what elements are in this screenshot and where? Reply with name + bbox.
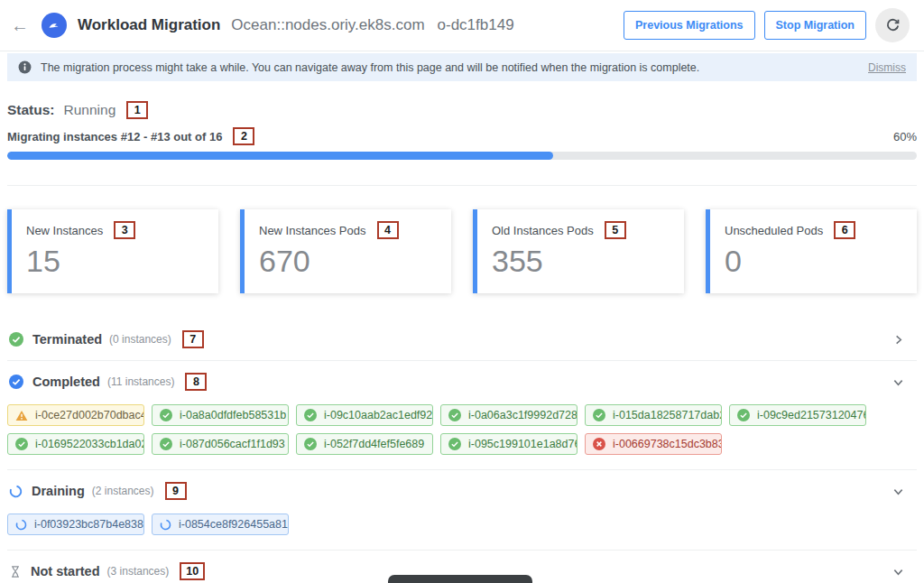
info-banner: The migration process might take a while…: [7, 53, 917, 81]
section-title: Terminated: [32, 332, 102, 347]
annotation-1: 1: [126, 101, 148, 119]
instance-id: i-0169522033cb1da02: [35, 438, 144, 450]
instance-chip[interactable]: i-00669738c15dc3b83: [585, 433, 722, 455]
section-title: Draining: [32, 484, 85, 498]
banner-message: The migration process might take a while…: [41, 61, 699, 74]
section-count: (2 instances): [92, 485, 154, 497]
check-circle-icon: [448, 438, 461, 450]
section-count: (11 instances): [107, 375, 174, 388]
instance-chip[interactable]: i-087d056cacf1f1d93: [152, 433, 289, 455]
section-terminated: Terminated (0 instances) 7: [7, 319, 917, 361]
instance-id: i-015da18258717dab2: [613, 409, 722, 421]
annotation-3: 3: [114, 221, 135, 239]
check-circle-icon: [448, 409, 461, 421]
section-count: (0 instances): [109, 333, 171, 346]
check-circle-icon: [304, 438, 317, 450]
ocean-logo-icon: [42, 13, 67, 38]
card-value: 0: [725, 244, 902, 279]
instance-chip[interactable]: i-052f7dd4fef5fe689: [296, 433, 433, 455]
card-label: New Instances Pods: [259, 224, 366, 237]
annotation-9: 9: [165, 482, 187, 500]
metric-cards: New Instances 3 15 New Instances Pods 4 …: [7, 209, 917, 293]
card-label: Unscheduled Pods: [725, 224, 823, 237]
instance-chip[interactable]: i-015da18258717dab2: [585, 404, 722, 426]
check-circle-icon: [737, 409, 750, 421]
instance-chip[interactable]: i-0a8a0dfdfeb58531b: [152, 404, 289, 426]
section-draining-header[interactable]: Draining (2 instances) 9: [7, 470, 917, 512]
instance-id: i-00669738c15dc3b83: [613, 438, 722, 450]
card-label: New Instances: [26, 224, 103, 237]
progress-percent: 60%: [893, 130, 917, 143]
card-old-instances-pods: Old Instances Pods 5 355: [473, 209, 684, 293]
instance-id: i-0ce27d002b70dbac4: [35, 409, 144, 421]
card-unscheduled-pods: Unscheduled Pods 6 0: [706, 209, 917, 293]
section-draining: Draining (2 instances) 9 i-0f03923bc87b4…: [7, 470, 917, 551]
bottom-toast-peek: [388, 575, 532, 583]
instance-chip[interactable]: i-0f03923bc87b4e838: [7, 514, 144, 535]
section-title: Not started: [31, 564, 100, 578]
divider: [7, 185, 917, 186]
card-label: Old Instances Pods: [492, 224, 594, 237]
draining-chips: i-0f03923bc87b4e838 i-0854ce8f926455a81: [7, 514, 917, 535]
stop-migration-button[interactable]: Stop Migration: [764, 11, 867, 40]
card-value: 670: [259, 244, 437, 279]
status-value: Running: [64, 102, 116, 118]
annotation-6: 6: [834, 221, 855, 239]
previous-migrations-button[interactable]: Previous Migrations: [624, 11, 754, 40]
card-value: 355: [492, 244, 670, 279]
progress-text-row: Migrating instances #12 - #13 out of 16 …: [7, 127, 917, 145]
refresh-button[interactable]: [875, 8, 910, 42]
check-circle-icon: [9, 332, 23, 347]
error-circle-icon: [593, 438, 605, 450]
chevron-down-icon[interactable]: [892, 486, 915, 497]
section-count: (3 instances): [107, 565, 170, 578]
instance-id: i-09c10aab2ac1edf92: [324, 409, 432, 421]
instance-id: i-0f03923bc87b4e838: [34, 518, 143, 531]
instance-id: i-0a06a3c1f9992d728: [468, 409, 578, 421]
instance-sections: Terminated (0 instances) 7 Completed (11…: [7, 319, 917, 583]
instance-chip[interactable]: i-09c10aab2ac1edf92: [296, 404, 433, 426]
info-icon: [18, 60, 32, 74]
card-new-instances-pods: New Instances Pods 4 670: [240, 209, 451, 293]
instance-chip[interactable]: i-0a06a3c1f9992d728: [440, 404, 578, 426]
migration-id: o-dc1fb149: [438, 16, 514, 34]
instance-chip[interactable]: i-095c199101e1a8d76: [440, 433, 578, 455]
instance-id: i-087d056cacf1f1d93: [180, 438, 285, 450]
back-arrow-icon[interactable]: ←: [11, 16, 29, 34]
status-row: Status: Running 1: [7, 101, 917, 119]
progress-fill: [7, 152, 553, 160]
top-bar: ← Workload Migration Ocean::nodes.oriy.e…: [0, 0, 924, 51]
instance-chip[interactable]: i-0ce27d002b70dbac4: [7, 404, 144, 426]
check-circle-icon: [9, 375, 23, 389]
instance-chip[interactable]: i-0854ce8f926455a81: [152, 514, 289, 535]
progress-text: Migrating instances #12 - #13 out of 16: [7, 130, 222, 143]
main-content: Status: Running 1 Migrating instances #1…: [0, 101, 924, 583]
section-terminated-header[interactable]: Terminated (0 instances) 7: [7, 319, 917, 360]
check-circle-icon: [593, 409, 605, 421]
card-value: 15: [26, 244, 204, 279]
spinner-icon: [160, 519, 171, 531]
annotation-10: 10: [180, 562, 205, 580]
annotation-8: 8: [185, 373, 207, 391]
check-circle-icon: [160, 409, 172, 421]
hourglass-icon: [9, 565, 22, 578]
instance-id: i-052f7dd4fef5fe689: [324, 438, 424, 450]
header-actions: Previous Migrations Stop Migration: [624, 8, 910, 42]
check-circle-icon: [15, 438, 28, 450]
warning-triangle-icon: [15, 410, 28, 421]
instance-chip[interactable]: i-09c9ed21573120476: [729, 404, 866, 426]
completed-chips: i-0ce27d002b70dbac4 i-0a8a0dfdfeb58531b …: [7, 404, 917, 455]
progress-bar: [7, 152, 917, 160]
annotation-2: 2: [233, 127, 254, 145]
check-circle-icon: [304, 409, 317, 421]
check-circle-icon: [160, 438, 172, 450]
dismiss-link[interactable]: Dismiss: [868, 61, 906, 74]
spinner-icon: [15, 519, 27, 531]
chevron-down-icon[interactable]: [892, 376, 915, 388]
instance-chip[interactable]: i-0169522033cb1da02: [7, 433, 144, 455]
instance-id: i-0854ce8f926455a81: [179, 518, 288, 531]
chevron-right-icon[interactable]: [892, 334, 915, 346]
section-completed-header[interactable]: Completed (11 instances) 8: [7, 361, 917, 403]
instance-id: i-095c199101e1a8d76: [468, 438, 578, 450]
chevron-down-icon[interactable]: [892, 566, 915, 578]
